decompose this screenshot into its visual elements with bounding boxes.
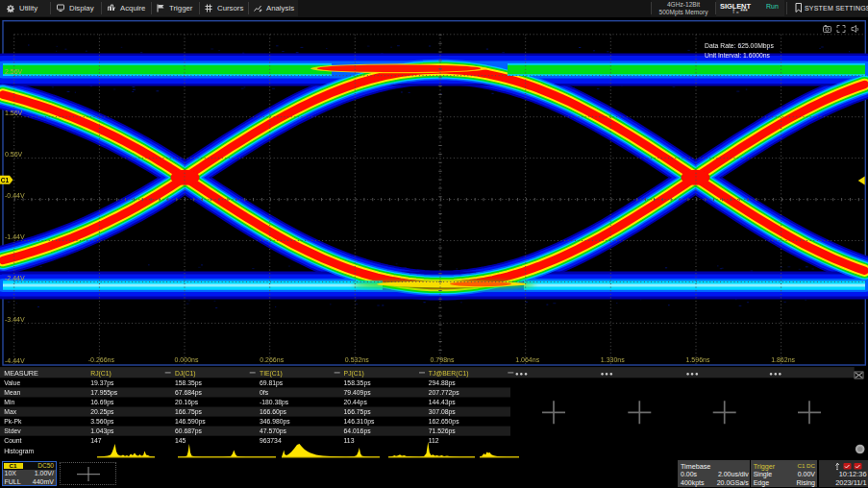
svg-text:-0.44V: -0.44V [5,192,25,199]
svg-text:Min: Min [4,399,14,405]
svg-text:346.980ps: 346.980ps [260,418,290,426]
svg-text:207.772ps: 207.772ps [429,389,459,397]
svg-text:1.862ns: 1.862ns [771,356,795,363]
svg-text:16.69ps: 16.69ps [90,399,114,406]
svg-text:0.56V: 0.56V [5,151,23,158]
svg-text:112: 112 [429,437,439,444]
svg-text:TIE(C1): TIE(C1) [260,370,283,378]
svg-text:20.44ps: 20.44ps [344,399,368,406]
svg-text:Data Rate: 625.00Mbps: Data Rate: 625.00Mbps [705,42,774,50]
svg-text:166.75ps: 166.75ps [344,408,372,416]
svg-text:RJ(C1): RJ(C1) [90,370,112,378]
svg-text:MEASURE: MEASURE [4,369,38,378]
svg-text:-3.44V: -3.44V [5,316,25,323]
svg-text:19.37ps: 19.37ps [90,379,114,387]
svg-text:0fs: 0fs [260,389,269,396]
svg-text:TJ@BER(C1): TJ@BER(C1) [429,370,469,378]
svg-text:963734: 963734 [260,437,282,444]
svg-text:145: 145 [175,437,186,444]
svg-text:1.56V: 1.56V [5,110,23,116]
svg-text:1.596ns: 1.596ns [686,356,710,363]
svg-text:Max: Max [4,408,16,415]
svg-text:20.25ps: 20.25ps [90,408,114,416]
svg-text:●●●: ●●● [515,371,529,377]
svg-text:113: 113 [344,437,355,444]
svg-text:●●●: ●●● [769,371,782,377]
svg-text:69.81ps: 69.81ps [260,379,284,387]
svg-text:-1.44V: -1.44V [5,233,25,240]
svg-text:1.043ps: 1.043ps [90,427,114,435]
svg-text:60.687ps: 60.687ps [175,427,203,435]
svg-text:-0.266ns: -0.266ns [88,356,115,363]
svg-text:79.409ps: 79.409ps [344,389,372,397]
svg-text:158.35ps: 158.35ps [175,379,203,387]
svg-text:71.526ps: 71.526ps [429,427,457,435]
svg-text:67.684ps: 67.684ps [175,389,203,397]
svg-text:20.16ps: 20.16ps [175,399,199,406]
svg-text:-180.38ps: -180.38ps [260,399,289,406]
svg-text:Histogram: Histogram [4,448,34,455]
svg-text:294.88ps: 294.88ps [429,379,457,387]
svg-text:0.532ns: 0.532ns [345,356,369,363]
svg-text:Mean: Mean [4,389,20,396]
svg-text:-4.44V: -4.44V [5,357,25,364]
svg-text:1.330ns: 1.330ns [601,356,625,363]
svg-text:17.955ps: 17.955ps [90,389,118,397]
svg-text:3.560ps: 3.560ps [90,418,114,426]
svg-text:158.35ps: 158.35ps [344,379,372,387]
svg-text:146.310ps: 146.310ps [344,418,375,426]
svg-text:166.75ps: 166.75ps [175,408,203,416]
svg-text:1.064ns: 1.064ns [515,356,539,363]
svg-text:-2.44V: -2.44V [5,275,25,281]
svg-text:307.08ps: 307.08ps [429,408,457,416]
svg-text:●●●: ●●● [686,371,700,377]
svg-text:64.016ps: 64.016ps [344,427,372,435]
svg-text:146.590ps: 146.590ps [175,418,206,426]
svg-text:Unit Interval: 1.6000ns: Unit Interval: 1.6000ns [705,52,771,59]
svg-text:0.000ns: 0.000ns [175,356,199,363]
svg-text:144.43ps: 144.43ps [429,399,457,406]
svg-text:●●●: ●●● [601,371,614,377]
svg-text:162.650ps: 162.650ps [429,418,459,426]
svg-text:DJ(C1): DJ(C1) [175,370,196,378]
svg-text:PJ(C1): PJ(C1) [344,370,364,378]
svg-text:C1: C1 [1,177,10,183]
svg-text:2.56V: 2.56V [5,68,23,75]
svg-text:166.60ps: 166.60ps [260,408,287,416]
svg-text:0.266ns: 0.266ns [260,356,284,363]
svg-text:Stdev: Stdev [4,427,21,434]
svg-text:0.798ns: 0.798ns [431,356,455,363]
svg-text:Pk-Pk: Pk-Pk [4,418,22,425]
svg-text:147: 147 [90,437,102,444]
svg-text:Value: Value [4,379,20,386]
svg-text:Count: Count [4,437,21,444]
svg-text:47.570ps: 47.570ps [260,427,287,435]
